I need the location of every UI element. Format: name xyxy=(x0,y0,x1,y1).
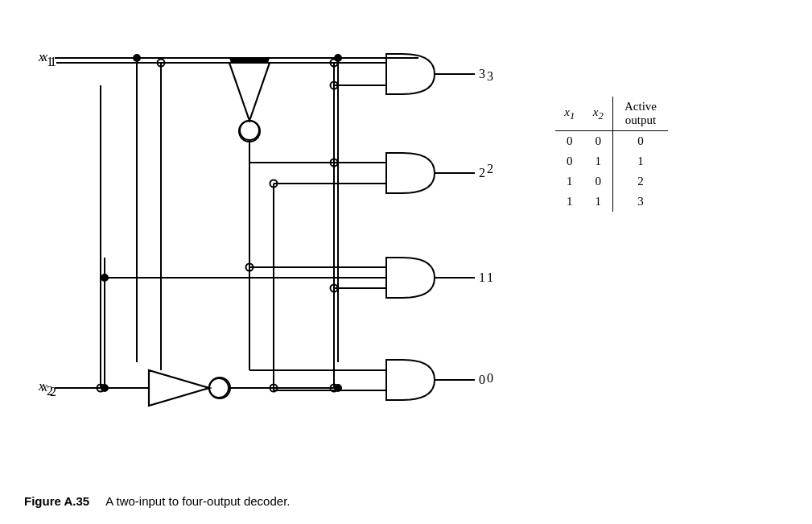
and1-gate xyxy=(386,258,435,298)
x1-inverter-triangle xyxy=(229,63,270,121)
circuit-diagram-svg: .circ text { font-family: 'Times New Rom… xyxy=(24,16,523,451)
output-val-0: 0 xyxy=(613,131,668,152)
x2-buffer-triangle xyxy=(149,370,209,406)
content-area: text { font-family: 'Times New Roman', T… xyxy=(24,16,788,486)
out3-label: 3 xyxy=(479,67,485,80)
x1-text: x xyxy=(41,50,47,64)
x1-inverter-bubble xyxy=(239,121,260,142)
x1-header: x1 xyxy=(555,97,584,131)
figure-caption: Figure A.35 A two-input to four-output d… xyxy=(24,494,290,508)
and2-gate xyxy=(386,153,435,193)
x1-val-2: 1 xyxy=(555,171,584,192)
table-row: 0 1 1 xyxy=(555,151,668,171)
x2-val-0: 0 xyxy=(584,131,613,152)
table-row: 0 0 0 xyxy=(555,131,668,152)
circuit-diagram: text { font-family: 'Times New Roman', T… xyxy=(24,16,523,467)
out0-label: 0 xyxy=(479,373,485,386)
x2-sub-text: 2 xyxy=(50,385,56,398)
table-row: 1 0 2 xyxy=(555,171,668,192)
x2-text: x xyxy=(41,380,47,394)
and3-gate xyxy=(386,54,435,94)
table-row: 1 1 3 xyxy=(555,192,668,212)
truth-table-area: x1 x2 Activeoutput 0 0 0 0 1 1 xyxy=(555,97,668,212)
and0-gate xyxy=(386,360,435,400)
x2-val-1: 1 xyxy=(584,151,613,171)
x2-val-3: 1 xyxy=(584,192,613,212)
active-output-header: Activeoutput xyxy=(613,97,668,131)
x1-val-0: 0 xyxy=(555,131,584,152)
out1-label: 1 xyxy=(479,270,485,284)
table-header-row: x1 x2 Activeoutput xyxy=(555,97,668,131)
x1-val-3: 1 xyxy=(555,192,584,212)
output-val-3: 3 xyxy=(613,192,668,212)
figure-label: Figure A.35 xyxy=(24,494,89,508)
out2-label: 2 xyxy=(479,166,485,179)
output-val-2: 2 xyxy=(613,171,668,192)
x1-sub-text: 1 xyxy=(50,55,56,68)
x2-val-2: 0 xyxy=(584,171,613,192)
x1-val-1: 0 xyxy=(555,151,584,171)
figure-caption-text: A two-input to four-output decoder. xyxy=(105,494,290,508)
x2-header: x2 xyxy=(584,97,613,131)
truth-table: x1 x2 Activeoutput 0 0 0 0 1 1 xyxy=(555,97,668,212)
output-val-1: 1 xyxy=(613,151,668,171)
page-container: text { font-family: 'Times New Roman', T… xyxy=(0,0,812,524)
table-body: 0 0 0 0 1 1 1 0 2 1 xyxy=(555,131,668,212)
